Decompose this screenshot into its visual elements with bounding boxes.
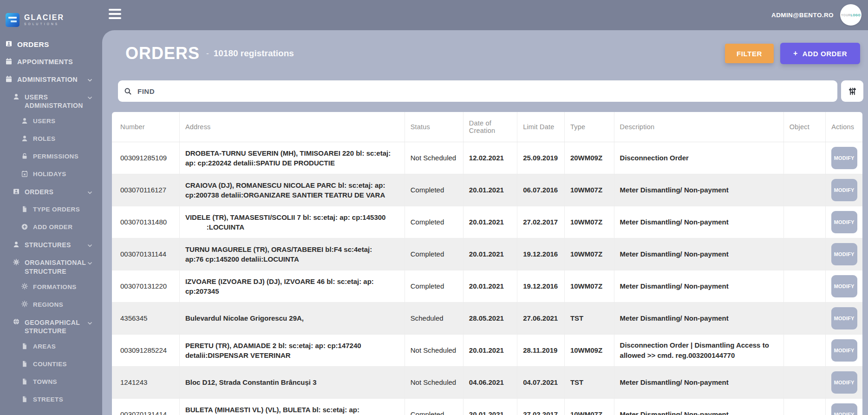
sidebar-item-label: TYPE ORDERS [33, 204, 80, 214]
chevron-down-icon [86, 242, 94, 250]
cell-number: 003091285109 [112, 142, 179, 174]
cell-type: 10WM09Z [564, 334, 614, 366]
globe-icon [12, 318, 20, 326]
chevron-down-icon [86, 76, 94, 84]
sidebar-item-geographical-structure[interactable]: GEOGRAPHICAL STRUCTURE [0, 317, 102, 335]
modify-button[interactable]: MODIFY [831, 275, 857, 297]
cell-object [783, 334, 825, 366]
cell-type: 10WM07Z [564, 206, 614, 238]
cell-number: 003070131144 [112, 238, 179, 270]
sidebar-item-label: USERS [33, 116, 56, 125]
cell-address: Bulevardul Nicolae Grigorescu 29A, [179, 302, 405, 334]
cell-number: 003070131220 [112, 270, 179, 302]
sidebar-item-regions[interactable]: REGIONS [0, 300, 102, 311]
sidebar-item-streets[interactable]: STREETS [0, 395, 102, 406]
cell-limit-date: 28.11.2019 [517, 334, 565, 366]
sidebar-item-orders[interactable]: ORDERS [0, 39, 102, 50]
registrations-count: - 10180 registrations [206, 48, 294, 59]
sidebar-item-structures[interactable]: STRUCTURES [0, 240, 102, 251]
sidebar-item-holidays[interactable]: HOLIDAYS [0, 169, 102, 180]
cell-actions: MODIFY [826, 174, 862, 206]
sidebar-item-counties[interactable]: COUNTIES [0, 359, 102, 370]
file-icon [20, 205, 28, 213]
cell-type: TST [564, 366, 614, 398]
cell-status: Completed [405, 238, 463, 270]
sidebar-item-type-orders[interactable]: TYPE ORDERS [0, 204, 102, 216]
cell-date-of-creation: 20.01.2021 [463, 398, 517, 415]
cell-address: PERETU (TR), ADAMIADE 2 bl: sc:etaj: ap:… [179, 334, 405, 366]
column-header-status: Status [405, 112, 463, 142]
cell-object [783, 398, 825, 415]
sidebar-item-users[interactable]: USERS [0, 116, 102, 127]
sidebar-item-appointments[interactable]: APPOINTMENTS [0, 57, 102, 68]
cell-description: Disconnection Order | Dismantling Access… [614, 334, 783, 366]
column-header-number: Number [112, 112, 179, 142]
modify-button[interactable]: MODIFY [831, 211, 857, 233]
cell-limit-date: 27.06.2021 [517, 302, 565, 334]
sidebar-item-administration[interactable]: ADMINISTRATION [0, 74, 102, 86]
cell-status: Completed [405, 174, 463, 206]
cell-status: Not Scheduled [405, 142, 463, 174]
cell-limit-date: 04.07.2021 [517, 366, 565, 398]
chevron-down-icon [86, 319, 94, 327]
cell-description: Meter Dismantling/ Non-payment [614, 206, 783, 238]
cell-status: Completed [405, 398, 463, 415]
cell-description: Meter Dismantling/ Non-payment [614, 270, 783, 302]
column-header-actions: Actions [826, 112, 862, 142]
add-order-label: ADD ORDER [803, 50, 847, 58]
add-order-button[interactable]: + ADD ORDER [780, 43, 860, 64]
avatar[interactable]: YOURLOGO [840, 4, 861, 26]
sidebar-item-label: ADMINISTRATION [17, 74, 78, 84]
file-icon [20, 395, 28, 403]
cell-number: 003070131414 [112, 398, 179, 415]
sidebar-item-add-order[interactable]: ADD ORDER [0, 222, 102, 233]
cell-limit-date: 06.07.2016 [517, 174, 565, 206]
cell-type: 10WM07Z [564, 238, 614, 270]
sidebar-item-label: AREAS [33, 342, 56, 351]
sidebar-item-users-administration[interactable]: USERS ADMINISTRATION [0, 92, 102, 110]
gear-outline-icon [20, 300, 28, 308]
page-header: ORDERS - 10180 registrations FILTER + AD… [125, 41, 860, 66]
cell-number: 003091285224 [112, 334, 179, 366]
cell-description: Meter Dismantling/ Non-payment [614, 302, 783, 334]
sidebar-item-permissions[interactable]: PERMISSIONS [0, 152, 102, 163]
sidebar-item-towns[interactable]: TOWNS [0, 377, 102, 388]
orders-table: Number Address Status Date of Creation L… [112, 112, 862, 415]
table-row: 4356345Bulevardul Nicolae Grigorescu 29A… [112, 302, 862, 334]
subtitle-text: 10180 registrations [214, 48, 294, 59]
hamburger-menu-icon[interactable] [109, 9, 121, 19]
modify-button[interactable]: MODIFY [831, 179, 857, 201]
modify-button[interactable]: MODIFY [831, 339, 857, 362]
table-row: 003070116127CRAIOVA (DJ), ROMANESCU NICO… [112, 174, 862, 206]
column-header-limit-date: Limit Date [517, 112, 565, 142]
sidebar-item-areas[interactable]: AREAS [0, 342, 102, 353]
file-icon [20, 342, 28, 350]
search-box[interactable] [118, 80, 837, 102]
cell-address: DROBETA-TURNU SEVERIN (MH), TIMISOAREI 2… [179, 142, 405, 174]
sidebar-item-formations[interactable]: FORMATIONS [0, 282, 102, 293]
topbar-right: ADMIN@BENTO.RO YOURLOGO [771, 0, 861, 30]
modify-button[interactable]: MODIFY [831, 243, 857, 265]
chevron-down-icon [86, 189, 94, 197]
sidebar-item-roles[interactable]: ROLES [0, 134, 102, 145]
cell-type: TST [564, 302, 614, 334]
filter-settings-button[interactable] [841, 80, 863, 102]
sidebar-item-label: COUNTIES [33, 359, 67, 369]
search-icon [124, 87, 132, 95]
sidebar-item-orders-sub[interactable]: ORDERS [0, 187, 102, 198]
modify-button[interactable]: MODIFY [831, 147, 857, 169]
modify-button[interactable]: MODIFY [831, 403, 857, 415]
gear-outline-icon [20, 283, 28, 290]
id-card-icon [5, 40, 13, 47]
cell-object [783, 206, 825, 238]
sidebar-item-label: ORGANISATIONAL STRUCTURE [25, 257, 81, 275]
sidebar-item-label: ORDERS [17, 39, 49, 49]
search-input[interactable] [137, 87, 831, 96]
modify-button[interactable]: MODIFY [831, 371, 857, 394]
cell-address: VIDELE (TR), TAMASESTI/SCOLII 7 bl: sc:e… [179, 206, 405, 238]
modify-button[interactable]: MODIFY [831, 307, 857, 329]
filter-button[interactable]: FILTER [725, 44, 774, 63]
calendar-icon [5, 75, 13, 83]
table-row: 003070131220IZVOARE (IZVOARE DJ) (DJ), I… [112, 270, 862, 302]
sidebar-item-organisational-structure[interactable]: ORGANISATIONAL STRUCTURE [0, 257, 102, 275]
